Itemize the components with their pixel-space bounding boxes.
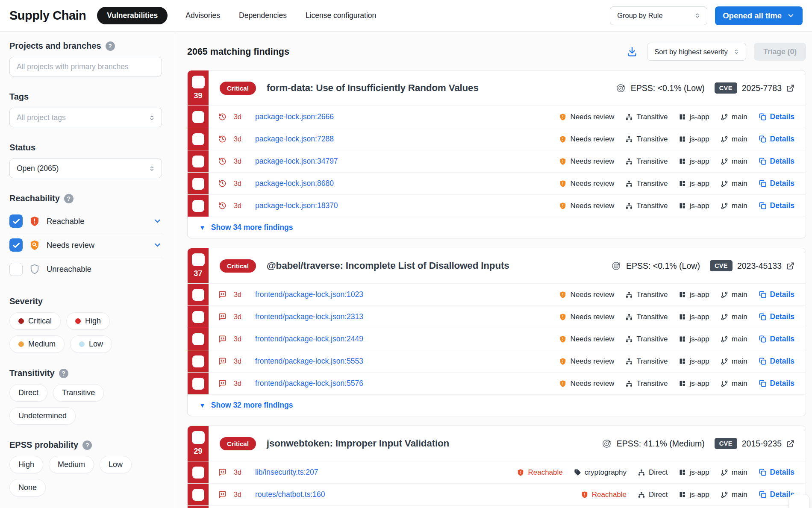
transitivity-section-label: Transitivity ?: [9, 368, 162, 378]
details-link[interactable]: Details: [759, 335, 794, 344]
row-checkbox[interactable]: [192, 355, 204, 367]
opened-all-time-button[interactable]: Opened all time: [715, 6, 803, 25]
epss-pill-low[interactable]: Low: [100, 456, 132, 473]
row-checkbox[interactable]: [192, 111, 204, 123]
chevron-down-icon[interactable]: [153, 241, 162, 250]
reachable-checkbox[interactable]: [9, 214, 23, 228]
epss-score: EPSS: <0.1% (Low): [631, 83, 705, 93]
finding-file-link[interactable]: frontend/package-lock.json:2313: [255, 312, 363, 321]
project-meta: js-app: [679, 468, 709, 477]
details-link[interactable]: Details: [759, 135, 794, 144]
finding-file-link[interactable]: package-lock.json:2666: [255, 112, 334, 121]
finding-file-link[interactable]: lib/insecurity.ts:207: [255, 468, 318, 477]
help-icon[interactable]: ?: [82, 440, 92, 450]
chat-widget-corner[interactable]: [789, 494, 809, 508]
severity-pill-high[interactable]: High: [66, 312, 110, 330]
card-checkbox[interactable]: [192, 253, 205, 266]
epss-pill-high[interactable]: High: [9, 456, 43, 473]
row-checkbox[interactable]: [192, 289, 204, 301]
cve-id-link[interactable]: 2023-45133: [737, 261, 782, 271]
row-checkbox[interactable]: [192, 378, 204, 390]
check-icon: [12, 241, 21, 250]
finding-file-link[interactable]: package-lock.json:8680: [255, 179, 334, 188]
details-link[interactable]: Details: [759, 290, 794, 299]
details-link[interactable]: Details: [759, 357, 794, 366]
transitivity-pill-direct[interactable]: Direct: [9, 384, 47, 402]
tab-license-configuration[interactable]: License configuration: [306, 11, 376, 20]
row-checkbox[interactable]: [192, 467, 204, 479]
show-more-findings[interactable]: ▼ Show 34 more findings: [188, 217, 806, 238]
finding-file-link[interactable]: frontend/package-lock.json:5576: [255, 379, 363, 388]
epss-pill-medium[interactable]: Medium: [49, 456, 94, 473]
row-checkbox[interactable]: [192, 333, 204, 345]
group-by-select[interactable]: Group by Rule: [610, 6, 707, 25]
details-link[interactable]: Details: [759, 157, 794, 166]
external-link-icon[interactable]: [786, 262, 794, 270]
card-select-rail: 37: [188, 248, 209, 283]
show-more-findings[interactable]: ▼ Show 32 more findings: [188, 394, 806, 416]
help-icon[interactable]: ?: [59, 369, 68, 378]
transitivity-pill-transitive[interactable]: Transitive: [53, 384, 104, 402]
cve-id-link[interactable]: 2025-7783: [742, 83, 782, 93]
tab-advisories[interactable]: Advisories: [185, 11, 220, 20]
row-checkbox[interactable]: [192, 311, 204, 323]
finding-file-link[interactable]: frontend/package-lock.json:5553: [255, 357, 363, 366]
details-link[interactable]: Details: [759, 312, 794, 321]
tab-dependencies[interactable]: Dependencies: [239, 11, 287, 20]
help-icon[interactable]: ?: [106, 41, 115, 51]
row-checkbox[interactable]: [192, 489, 204, 501]
finding-file-link[interactable]: frontend/package-lock.json:2449: [255, 335, 363, 344]
card-checkbox[interactable]: [192, 431, 205, 444]
severity-pill-medium[interactable]: Medium: [9, 335, 65, 353]
cve-id-link[interactable]: 2015-9235: [742, 439, 782, 449]
details-link[interactable]: Details: [759, 468, 794, 477]
row-checkbox[interactable]: [192, 178, 204, 190]
severity-pill-low[interactable]: Low: [70, 335, 112, 353]
tab-vulnerabilities[interactable]: Vulnerabilities: [97, 7, 168, 24]
reachability-section-label: Reachability ?: [9, 194, 162, 203]
download-icon[interactable]: [625, 44, 639, 59]
external-link-icon[interactable]: [786, 84, 794, 92]
unreachable-checkbox[interactable]: [9, 263, 23, 276]
shield-alert-icon: [559, 158, 567, 165]
finding-file-link[interactable]: package-lock.json:18370: [255, 201, 338, 210]
details-icon: [759, 202, 767, 210]
help-icon[interactable]: ?: [64, 194, 74, 203]
git-branch-icon: [721, 380, 728, 388]
chevron-down-icon[interactable]: [153, 217, 162, 226]
grid-icon: [679, 335, 686, 343]
row-checkbox[interactable]: [192, 156, 204, 167]
project-meta: js-app: [679, 202, 709, 210]
transitivity-meta: Transitive: [625, 113, 668, 121]
card-checkbox[interactable]: [192, 76, 205, 88]
details-link[interactable]: Details: [759, 179, 794, 188]
hierarchy-icon: [625, 335, 633, 343]
card-header-row: 37 Critical @babel/traverse: Incomplete …: [188, 248, 806, 283]
tags-select[interactable]: All project tags: [9, 108, 162, 127]
row-select-rail: [188, 284, 209, 305]
shield-search-icon: [29, 240, 40, 251]
finding-file-link[interactable]: routes/chatbot.ts:160: [255, 490, 325, 499]
row-checkbox[interactable]: [192, 200, 204, 212]
details-link[interactable]: Details: [759, 379, 794, 388]
epss-pill-none[interactable]: None: [9, 479, 46, 496]
severity-pill-critical[interactable]: Critical: [9, 312, 61, 330]
details-link[interactable]: Details: [759, 201, 794, 210]
transitivity-pill-undetermined[interactable]: Undetermined: [9, 407, 76, 425]
external-link-icon[interactable]: [786, 440, 794, 448]
git-branch-icon: [721, 180, 728, 188]
top-bar: Supply Chain Vulnerabilities Advisories …: [0, 0, 812, 32]
comment-code-icon: [218, 468, 227, 476]
triage-button[interactable]: Triage (0): [754, 43, 806, 61]
project-meta: js-app: [679, 291, 709, 299]
finding-row: 3d package-lock.json:7288 Needs review T…: [188, 128, 806, 150]
row-checkbox[interactable]: [192, 133, 204, 145]
details-link[interactable]: Details: [759, 112, 794, 121]
sort-select[interactable]: Sort by highest severity: [647, 43, 746, 61]
projects-input[interactable]: All projects with primary branches: [9, 57, 162, 76]
status-select[interactable]: Open (2065): [9, 159, 162, 178]
needs-review-checkbox[interactable]: [9, 238, 23, 252]
finding-file-link[interactable]: package-lock.json:34797: [255, 157, 338, 166]
finding-file-link[interactable]: frontend/package-lock.json:1023: [255, 290, 363, 299]
finding-file-link[interactable]: package-lock.json:7288: [255, 135, 334, 144]
